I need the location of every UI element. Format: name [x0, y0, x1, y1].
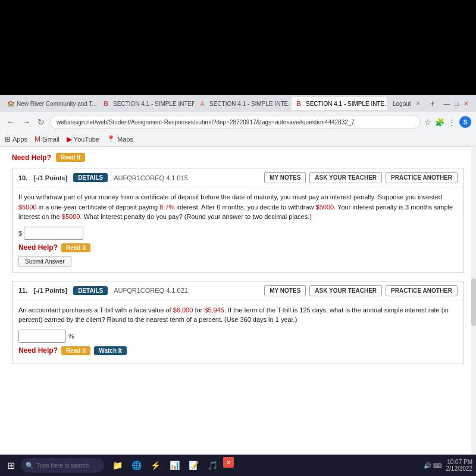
question-10-read-it-button[interactable]: Read It	[61, 243, 90, 252]
page-content: Need Help? Read It 10. [-/1 Points] DETA…	[0, 147, 476, 476]
bookmark-apps[interactable]: ⊞ Apps	[5, 135, 27, 143]
extensions-icon[interactable]: 🧩	[435, 118, 444, 127]
profile-button[interactable]: S	[459, 116, 471, 128]
bookmark-apps-label: Apps	[12, 136, 27, 143]
tab-bar: 🏫 New River Community and T... ✕ B SECTI…	[0, 95, 476, 112]
question-11-answer-input[interactable]	[18, 330, 66, 343]
tab-5-close[interactable]: ✕	[416, 101, 421, 107]
tab-4-label: SECTION 4.1 - SIMPLE INTE...	[306, 101, 387, 107]
need-help-top-label: Need Help?	[12, 154, 51, 162]
question-11-ask-teacher-button[interactable]: ASK YOUR TEACHER	[309, 285, 382, 296]
question-10-answer-input[interactable]	[24, 227, 83, 240]
tab-2-icon: B	[104, 100, 111, 107]
question-11-number: 11.	[18, 287, 27, 294]
bookmark-maps[interactable]: 📍 Maps	[107, 135, 133, 143]
browser-actions: ☆ 🧩 ⋮ S	[424, 116, 471, 128]
taskbar: ⊞ 🔍 📁 🌐 ⚡ 📊 📝 🎵 ✕ 🔊 ⌨ 10:07 PM 2/12/2022	[0, 455, 476, 476]
highlight-6000: $6,000	[173, 306, 193, 314]
scrollbar-thumb[interactable]	[471, 278, 476, 326]
question-10-id: AUFQR1COREQ 4.1.015.	[114, 174, 258, 181]
taskbar-app3[interactable]: ⚡	[147, 457, 164, 474]
question-11-body: An accountant purchases a T-bill with a …	[12, 300, 464, 364]
settings-icon[interactable]: ⋮	[448, 118, 456, 127]
highlight-5000-3: $5000	[62, 213, 80, 220]
question-11-text: An accountant purchases a T-bill with a …	[18, 305, 458, 325]
forward-button[interactable]: →	[20, 117, 32, 127]
tab-1-label: New River Community and T...	[17, 101, 97, 107]
question-10-need-help: Need Help? Read It	[18, 243, 458, 252]
dollar-prefix-row: $	[18, 227, 458, 240]
taskbar-right: 🔊 ⌨ 10:07 PM 2/12/2022	[424, 459, 473, 472]
maps-icon: 📍	[107, 135, 115, 143]
window-controls: — □ ✕	[443, 100, 474, 108]
question-11-actions: MY NOTES ASK YOUR TEACHER PRACTICE ANOTH…	[264, 285, 458, 296]
question-10-actions: MY NOTES ASK YOUR TEACHER PRACTICE ANOTH…	[264, 172, 458, 183]
question-10-body: If you withdraw part of your money from …	[12, 187, 464, 272]
highlight-rate: 8.7%	[159, 203, 174, 211]
taskbar-file-explorer[interactable]: 📁	[109, 457, 126, 474]
tab-2[interactable]: B SECTION 4.1 - SIMPLE INTER... ✕	[99, 97, 194, 110]
read-it-top-button[interactable]: Read It	[56, 153, 85, 162]
question-11-practice-button[interactable]: PRACTICE ANOTHER	[386, 285, 458, 296]
question-11-block: 11. [-/1 Points] DETAILS AUFQR1COREQ 4.1…	[12, 281, 464, 364]
question-11-need-help-label: Need Help?	[18, 346, 58, 355]
tab-1[interactable]: 🏫 New River Community and T... ✕	[2, 97, 98, 110]
tab-2-label: SECTION 4.1 - SIMPLE INTER...	[113, 101, 194, 107]
tab-4-icon: B	[296, 100, 303, 107]
question-10-need-help-label: Need Help?	[18, 243, 58, 252]
bookmark-maps-label: Maps	[117, 136, 133, 143]
question-10-practice-button[interactable]: PRACTICE ANOTHER	[386, 172, 458, 183]
tab-5[interactable]: Logout ✕	[388, 97, 425, 110]
bookmark-icon[interactable]: ☆	[424, 118, 431, 127]
taskbar-search-box[interactable]: 🔍	[21, 458, 104, 472]
address-input[interactable]	[50, 115, 421, 129]
bookmark-youtube[interactable]: ▶ YouTube	[67, 135, 99, 143]
question-10-number: 10.	[18, 174, 27, 181]
gmail-icon: M	[35, 135, 40, 143]
scrollbar[interactable]	[471, 146, 476, 476]
maximize-button[interactable]: □	[455, 100, 459, 108]
taskbar-search-input[interactable]	[36, 462, 96, 469]
percent-sign: %	[68, 333, 74, 340]
tab-4[interactable]: B SECTION 4.1 - SIMPLE INTE... ✕	[292, 97, 387, 110]
refresh-button[interactable]: ↻	[36, 117, 46, 127]
dollar-sign: $	[18, 230, 22, 237]
question-11-details-button[interactable]: DETAILS	[73, 286, 108, 295]
question-11-need-help: Need Help? Read It Watch It	[18, 346, 458, 355]
taskbar-app5[interactable]: 📝	[185, 457, 202, 474]
taskbar-app4[interactable]: 📊	[166, 457, 183, 474]
address-bar-row: ← → ↻ ☆ 🧩 ⋮ S	[0, 112, 476, 132]
close-window-button[interactable]: ✕	[464, 100, 469, 108]
highlight-5000-2: $5000	[316, 203, 334, 211]
question-11-my-notes-button[interactable]: MY NOTES	[264, 285, 306, 296]
question-11-read-it-button[interactable]: Read It	[61, 346, 90, 355]
need-help-top: Need Help? Read It	[12, 153, 464, 162]
taskbar-app6[interactable]: 🎵	[204, 457, 221, 474]
taskbar-time-display: 10:07 PM	[446, 459, 473, 465]
minimize-button[interactable]: —	[443, 100, 450, 108]
back-button[interactable]: ←	[5, 117, 17, 127]
taskbar-system-icons: 🔊 ⌨	[424, 462, 441, 469]
taskbar-close-icon[interactable]: ✕	[223, 457, 234, 468]
new-tab-button[interactable]: +	[427, 99, 439, 108]
question-10-ask-teacher-button[interactable]: ASK YOUR TEACHER	[309, 172, 382, 183]
tab-3[interactable]: A SECTION 4.1 - SIMPLE INTE... ✕	[195, 97, 290, 110]
question-10-my-notes-button[interactable]: MY NOTES	[264, 172, 306, 183]
highlight-5945: $5,945	[204, 306, 224, 314]
question-10-block: 10. [-/1 Points] DETAILS AUFQR1COREQ 4.1…	[12, 168, 464, 273]
question-10-details-button[interactable]: DETAILS	[73, 173, 108, 182]
taskbar-edge[interactable]: 🌐	[128, 457, 145, 474]
bookmark-youtube-label: YouTube	[74, 136, 99, 143]
bookmarks-bar: ⊞ Apps M Gmail ▶ YouTube 📍 Maps	[0, 132, 476, 146]
tab-5-label: Logout	[393, 101, 411, 107]
question-11-points: [-/1 Points]	[33, 287, 67, 294]
question-11-watch-it-button[interactable]: Watch It	[94, 346, 127, 355]
bookmark-gmail[interactable]: M Gmail	[35, 135, 60, 143]
bookmark-gmail-label: Gmail	[42, 136, 60, 143]
apps-icon: ⊞	[5, 135, 11, 143]
question-10-submit-button[interactable]: Submit Answer	[18, 256, 71, 267]
start-button[interactable]: ⊞	[4, 460, 18, 471]
question-11-answer-row: %	[18, 330, 458, 343]
highlight-5000-1: $5000	[18, 203, 37, 211]
taskbar-clock: 10:07 PM 2/12/2022	[446, 459, 473, 472]
